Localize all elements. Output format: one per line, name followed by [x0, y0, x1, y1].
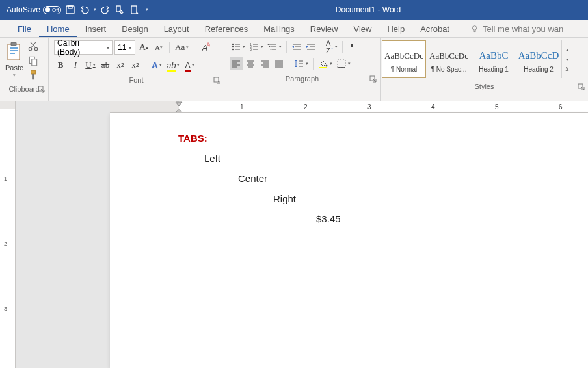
- show-marks-button[interactable]: ¶: [346, 40, 359, 53]
- styles-launcher[interactable]: [578, 83, 585, 91]
- font-name-combo[interactable]: Calibri (Body)▾: [54, 40, 113, 55]
- shading-button[interactable]: [317, 57, 334, 70]
- tab-file[interactable]: File: [10, 21, 39, 37]
- line-spacing-icon: [294, 59, 304, 69]
- svg-rect-27: [319, 67, 327, 68]
- tab-home[interactable]: Home: [39, 21, 77, 37]
- ribbon: Paste ▾ Clipboard Calibri (Body)▾ 11▾ A▴…: [0, 38, 588, 101]
- align-center-icon: [245, 59, 256, 69]
- grow-font-button[interactable]: A▴: [137, 41, 150, 54]
- superscript-button[interactable]: x2: [129, 59, 142, 72]
- format-painter-button[interactable]: [27, 69, 39, 81]
- svg-point-4: [472, 26, 477, 31]
- styles-group-label: Styles: [475, 83, 494, 90]
- autosave-toggle[interactable]: AutoSave Off: [7, 5, 61, 14]
- align-center-button[interactable]: [244, 57, 257, 70]
- tab-mailings[interactable]: Mailings: [256, 21, 302, 37]
- tab-help[interactable]: Help: [379, 21, 412, 37]
- bullets-icon: [231, 42, 241, 52]
- borders-button[interactable]: [335, 57, 352, 70]
- svg-point-10: [29, 47, 32, 51]
- strikethrough-button[interactable]: ab: [99, 59, 112, 72]
- document-content[interactable]: TABS: Left Center Right $3.45: [178, 133, 562, 233]
- multilevel-icon: [267, 42, 278, 52]
- font-size-combo[interactable]: 11▾: [114, 40, 135, 55]
- quick-print-icon[interactable]: [129, 5, 139, 15]
- outdent-icon: [291, 42, 302, 52]
- line-spacing-button[interactable]: [293, 57, 310, 70]
- arrow-up-icon: ▴: [562, 45, 572, 55]
- indent-marker-icon[interactable]: [175, 101, 183, 113]
- styles-gallery-expand[interactable]: ▴▾⊻: [561, 40, 572, 78]
- align-right-icon: [260, 59, 270, 69]
- style-normal[interactable]: AaBbCcDc¶ Normal: [382, 40, 426, 78]
- svg-rect-6: [11, 42, 16, 46]
- paragraph-group-label: Paragraph: [286, 75, 319, 83]
- tab-references[interactable]: References: [197, 21, 256, 37]
- style-no-spacing[interactable]: AaBbCcDc¶ No Spac...: [427, 40, 471, 78]
- svg-rect-1: [68, 6, 72, 8]
- lightbulb-icon: [470, 25, 479, 33]
- highlight-button[interactable]: ab: [165, 59, 181, 72]
- shrink-font-button[interactable]: A▾: [152, 41, 165, 54]
- font-launcher[interactable]: [213, 77, 221, 85]
- svg-rect-7: [10, 47, 18, 49]
- tab-insert[interactable]: Insert: [77, 21, 114, 37]
- touch-mode-icon[interactable]: [114, 5, 125, 15]
- paste-button[interactable]: Paste ▾: [4, 40, 25, 79]
- justify-button[interactable]: [273, 57, 286, 70]
- bold-button[interactable]: B: [54, 59, 67, 72]
- tab-view[interactable]: View: [345, 21, 379, 37]
- underline-button[interactable]: U: [84, 59, 97, 72]
- indent-icon: [306, 42, 316, 52]
- svg-rect-13: [32, 59, 37, 66]
- numbering-button[interactable]: 123: [248, 40, 265, 53]
- svg-rect-0: [66, 6, 74, 14]
- svg-rect-9: [10, 53, 15, 54]
- align-left-button[interactable]: [230, 57, 243, 70]
- horizontal-ruler[interactable]: 1 2 3 4 5 6: [110, 101, 588, 113]
- bullets-button[interactable]: [230, 40, 247, 53]
- tell-me-search[interactable]: Tell me what you wan: [462, 21, 571, 37]
- copy-button[interactable]: [27, 55, 39, 66]
- font-color-button[interactable]: A: [183, 59, 196, 72]
- style-heading-1[interactable]: AaBbCHeading 1: [472, 40, 516, 78]
- subscript-button[interactable]: x2: [114, 59, 127, 72]
- tab-acrobat[interactable]: Acrobat: [412, 21, 457, 37]
- svg-point-24: [269, 46, 271, 47]
- redo-icon[interactable]: [100, 5, 111, 15]
- doc-line: Right: [178, 193, 562, 204]
- decrease-indent-button[interactable]: [290, 40, 303, 53]
- italic-button[interactable]: I: [69, 59, 82, 72]
- vertical-ruler[interactable]: 1 2 3: [0, 101, 16, 368]
- align-right-button[interactable]: [258, 57, 271, 70]
- clear-formatting-button[interactable]: A✎: [198, 41, 211, 54]
- sort-button[interactable]: AZ↓: [325, 40, 339, 53]
- document-page[interactable]: TABS: Left Center Right $3.45: [110, 113, 588, 368]
- tab-design[interactable]: Design: [114, 21, 155, 37]
- undo-dropdown-icon[interactable]: ▾: [94, 7, 96, 12]
- increase-indent-button[interactable]: [304, 40, 317, 53]
- svg-point-19: [232, 49, 234, 50]
- undo-icon[interactable]: [79, 5, 90, 15]
- tab-review[interactable]: Review: [302, 21, 346, 37]
- arrow-down-icon: ▾: [562, 55, 572, 64]
- svg-rect-2: [116, 6, 120, 12]
- paragraph-launcher[interactable]: [369, 75, 377, 83]
- font-group-label: Font: [129, 76, 143, 84]
- save-icon[interactable]: [65, 5, 75, 15]
- change-case-button[interactable]: Aa: [174, 41, 190, 54]
- svg-text:3: 3: [250, 47, 252, 51]
- clipboard-launcher[interactable]: [38, 86, 46, 94]
- cut-button[interactable]: [27, 40, 39, 52]
- svg-rect-3: [131, 6, 137, 14]
- svg-point-17: [232, 44, 234, 45]
- style-heading-2[interactable]: AaBbCcDHeading 2: [516, 40, 561, 78]
- multilevel-list-button[interactable]: [266, 40, 283, 53]
- brush-icon: [27, 69, 39, 81]
- text-effects-button[interactable]: A: [150, 59, 163, 72]
- numbering-icon: 123: [249, 42, 260, 52]
- border-icon: [336, 59, 347, 69]
- bucket-icon: [318, 59, 328, 69]
- tab-layout[interactable]: Layout: [156, 21, 197, 37]
